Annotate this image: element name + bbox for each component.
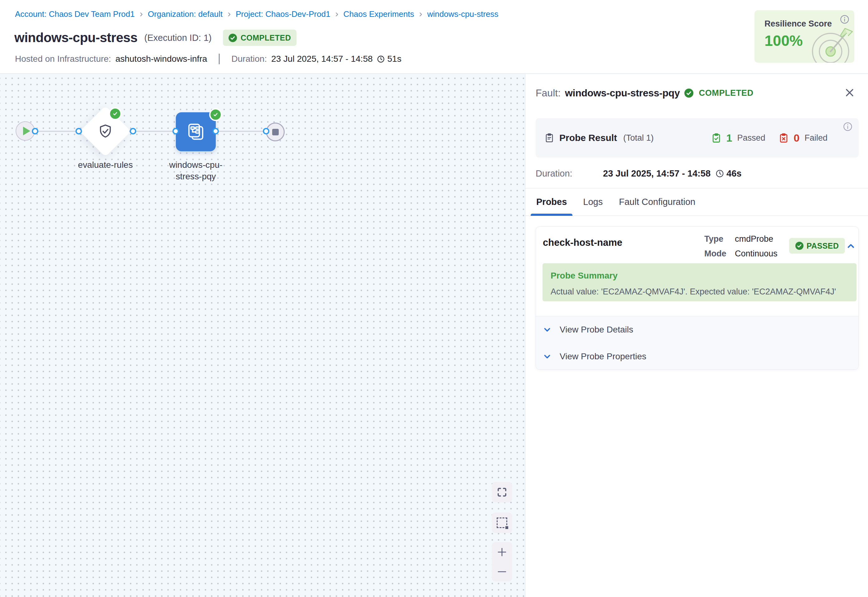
zoom-in-button[interactable] bbox=[492, 542, 512, 562]
resilience-score-value: 100% bbox=[764, 32, 803, 49]
tab-probes[interactable]: Probes bbox=[536, 189, 567, 215]
tab-logs-label: Logs bbox=[583, 197, 603, 207]
breadcrumb: Account: Chaos Dev Team Prod1 › Organiza… bbox=[15, 9, 499, 19]
connector-port[interactable] bbox=[130, 128, 136, 134]
probe-summary-text: Actual value: 'EC2AMAZ-QMVAF4J'. Expecte… bbox=[551, 287, 848, 297]
probe-name: check-host-name bbox=[543, 237, 622, 248]
clock-icon bbox=[715, 169, 724, 178]
breadcrumb-project[interactable]: Project: Chaos-Dev-Prod1 bbox=[236, 9, 330, 19]
chevron-down-icon bbox=[543, 325, 551, 334]
page-header: Account: Chaos Dev Team Prod1 › Organiza… bbox=[0, 0, 868, 74]
view-probe-properties-row[interactable]: View Probe Properties bbox=[536, 343, 858, 370]
tab-fault-configuration[interactable]: Fault Configuration bbox=[618, 189, 696, 215]
chevron-right-icon: › bbox=[140, 10, 143, 18]
check-circle-icon bbox=[684, 89, 693, 98]
duration-seconds-value: 51s bbox=[387, 54, 401, 64]
probe-result-counts: 1 Passed 0 Failed bbox=[711, 132, 828, 144]
pipeline-canvas[interactable]: evaluate-rules windows-cpu-stress-pqy bbox=[0, 74, 525, 597]
view-probe-details-row[interactable]: View Probe Details bbox=[536, 316, 858, 343]
fault-label: Fault: bbox=[536, 87, 561, 99]
infrastructure-name: ashutosh-windows-infra bbox=[116, 54, 207, 64]
evaluate-rules-node[interactable] bbox=[80, 106, 131, 157]
view-probe-details-label: View Probe Details bbox=[560, 325, 633, 335]
title-row: windows-cpu-stress (Execution ID: 1) COM… bbox=[14, 30, 296, 46]
fault-name: windows-cpu-stress-pqy bbox=[565, 87, 680, 99]
breadcrumb-chaos-experiments[interactable]: Chaos Experiments bbox=[343, 9, 414, 19]
chevron-down-icon bbox=[543, 352, 551, 361]
panel-tabs: Probes Logs Fault Configuration bbox=[525, 188, 868, 216]
probe-expanders: View Probe Details View Probe Properties bbox=[536, 316, 858, 370]
connector-line bbox=[25, 131, 275, 132]
node-label-windows-cpu-stress-pqy: windows-cpu-stress-pqy bbox=[161, 159, 230, 182]
hosted-on-label: Hosted on Infrastructure: bbox=[15, 54, 111, 64]
zoom-controls bbox=[492, 542, 512, 581]
check-circle-icon bbox=[228, 34, 237, 42]
failed-label: Failed bbox=[804, 133, 828, 143]
success-check-badge bbox=[209, 108, 222, 121]
divider bbox=[219, 53, 219, 64]
page-title: windows-cpu-stress bbox=[14, 30, 138, 45]
duration-seconds: 51s bbox=[377, 54, 401, 64]
breadcrumb-account[interactable]: Account: Chaos Dev Team Prod1 bbox=[15, 9, 135, 19]
selection-button[interactable] bbox=[492, 512, 512, 533]
connector-port[interactable] bbox=[212, 128, 219, 134]
probe-result-total: (Total 1) bbox=[623, 133, 654, 143]
close-panel-button[interactable] bbox=[843, 86, 856, 99]
fault-duration-seconds: 46s bbox=[715, 168, 741, 179]
zoom-out-button[interactable] bbox=[492, 562, 512, 581]
fault-duration-seconds-value: 46s bbox=[726, 168, 741, 179]
breadcrumb-organization[interactable]: Organization: default bbox=[148, 9, 223, 19]
tab-logs[interactable]: Logs bbox=[582, 189, 603, 215]
fullscreen-button[interactable] bbox=[492, 482, 512, 502]
execution-id: (Execution ID: 1) bbox=[144, 33, 212, 43]
chevron-right-icon: › bbox=[335, 10, 338, 18]
node-label-evaluate-rules: evaluate-rules bbox=[59, 159, 152, 171]
probe-type-label: Type bbox=[704, 234, 729, 244]
success-check-badge bbox=[109, 107, 121, 120]
probe-summary-title: Probe Summary bbox=[551, 271, 848, 281]
probe-type-value: cmdProbe bbox=[735, 234, 778, 244]
connector-port[interactable] bbox=[32, 128, 39, 134]
probe-mode-value: Continuous bbox=[735, 249, 778, 258]
status-badge-label: COMPLETED bbox=[241, 33, 291, 42]
clock-icon bbox=[377, 55, 385, 63]
probe-status-label: PASSED bbox=[807, 241, 839, 251]
collapse-chevron-up-icon[interactable] bbox=[846, 241, 856, 251]
probe-card: check-host-name Type cmdProbe Mode Conti… bbox=[536, 226, 859, 370]
stop-icon bbox=[272, 129, 279, 135]
info-icon[interactable] bbox=[840, 15, 849, 24]
probe-result-left: Probe Result (Total 1) bbox=[544, 132, 654, 143]
fullscreen-icon bbox=[497, 487, 507, 498]
tab-probes-label: Probes bbox=[536, 197, 567, 207]
failed-count: 0 bbox=[794, 132, 800, 144]
active-tab-underline bbox=[531, 214, 572, 216]
duration-value: 23 Jul 2025, 14:57 - 14:58 bbox=[271, 54, 373, 64]
fault-title-row: Fault: windows-cpu-stress-pqy COMPLETED bbox=[536, 86, 754, 100]
passed-label: Passed bbox=[737, 133, 765, 143]
experiment-meta: Hosted on Infrastructure: ashutosh-windo… bbox=[15, 53, 401, 64]
info-icon[interactable] bbox=[843, 122, 852, 131]
probe-result-card: Probe Result (Total 1) 1 Passed bbox=[536, 118, 859, 157]
clipboard-x-icon bbox=[779, 133, 789, 143]
fault-details-panel: Fault: windows-cpu-stress-pqy COMPLETED … bbox=[525, 74, 868, 597]
play-icon bbox=[23, 127, 30, 135]
probe-summary-box: Probe Summary Actual value: 'EC2AMAZ-QMV… bbox=[542, 263, 856, 301]
fault-steps-icon bbox=[186, 122, 206, 142]
clipboard-icon bbox=[544, 133, 554, 143]
probe-result-title: Probe Result bbox=[559, 132, 617, 143]
app-root: Account: Chaos Dev Team Prod1 › Organiza… bbox=[0, 0, 868, 597]
chevron-right-icon: › bbox=[419, 10, 422, 18]
fault-status-label: COMPLETED bbox=[699, 88, 754, 98]
probe-status-badge: PASSED bbox=[789, 238, 845, 254]
connector-port[interactable] bbox=[172, 128, 179, 134]
tab-fault-configuration-label: Fault Configuration bbox=[619, 197, 695, 207]
view-probe-properties-label: View Probe Properties bbox=[560, 352, 646, 361]
windows-cpu-stress-node[interactable] bbox=[176, 112, 216, 151]
connector-port[interactable] bbox=[76, 128, 82, 134]
duration-label: Duration: bbox=[231, 54, 267, 64]
fault-duration-value: 23 Jul 2025, 14:57 - 14:58 bbox=[603, 168, 711, 179]
fault-duration-label: Duration: bbox=[536, 168, 603, 179]
chevron-right-icon: › bbox=[228, 10, 231, 18]
connector-port[interactable] bbox=[263, 128, 270, 134]
breadcrumb-current[interactable]: windows-cpu-stress bbox=[427, 9, 498, 19]
